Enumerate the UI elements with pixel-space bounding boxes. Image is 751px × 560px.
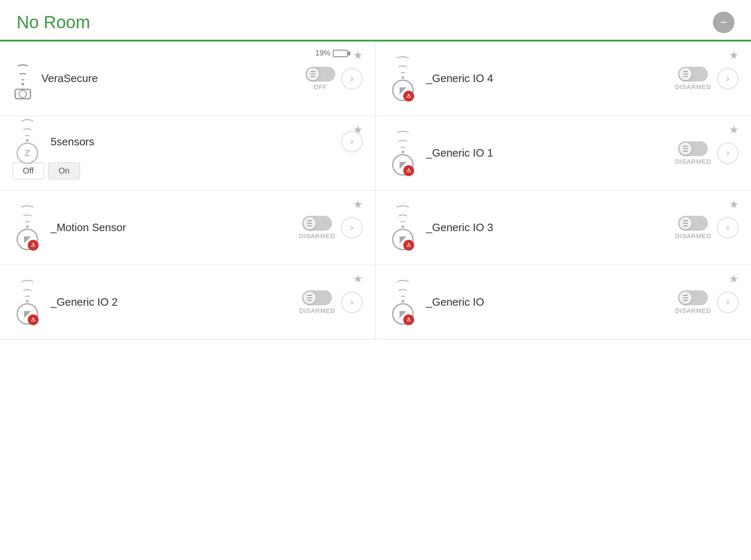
favorite-button[interactable]: ★	[353, 273, 363, 285]
collapse-button[interactable]: −	[713, 12, 734, 33]
sensor-icon: ◤ ⚠	[12, 287, 42, 317]
detail-chevron-button[interactable]: ›	[717, 142, 739, 164]
device-card-vera-secure: ★ 19% VeraSecure	[0, 41, 376, 116]
off-button[interactable]: Off	[12, 162, 44, 179]
toggle-switch[interactable]	[678, 67, 708, 82]
detail-chevron-button[interactable]: ›	[717, 217, 739, 239]
device-name: _Generic IO 2	[51, 296, 118, 309]
toggle-wrap[interactable]: OFF	[305, 67, 335, 90]
battery-icon	[333, 50, 350, 57]
favorite-button[interactable]: ★	[729, 123, 739, 136]
detail-chevron-button[interactable]: ›	[717, 68, 739, 89]
device-card-motion-sensor: ★ ◤ ⚠ _Motion Sensor	[0, 191, 376, 265]
battery-percent: 19%	[315, 49, 330, 58]
toggle-switch[interactable]	[678, 216, 708, 231]
page-header: No Room −	[0, 0, 751, 33]
toggle-label: DISARMED	[299, 307, 335, 314]
toggle-label: DISARMED	[299, 232, 335, 239]
device-name: _Generic IO	[426, 296, 484, 309]
device-card-generic-io-3: ★ ◤ ⚠ _Generic IO 3	[376, 191, 751, 265]
favorite-button[interactable]: ★	[353, 123, 363, 136]
off-on-group: Off On	[12, 162, 363, 179]
toggle-switch[interactable]	[302, 290, 332, 305]
toggle-label: DISARMED	[675, 307, 711, 314]
toggle-wrap[interactable]: DISARMED	[299, 290, 335, 314]
device-name: _Generic IO 3	[426, 221, 493, 234]
favorite-button[interactable]: ★	[353, 198, 363, 211]
toggle-label: OFF	[314, 83, 327, 90]
device-name: _Generic IO 1	[426, 147, 493, 159]
toggle-label: DISARMED	[675, 232, 711, 239]
device-card-5sensors: ★ Z 5sensors ›	[0, 116, 376, 191]
toggle-wrap[interactable]: DISARMED	[675, 141, 711, 165]
toggle-label: DISARMED	[675, 83, 711, 90]
favorite-button[interactable]: ★	[729, 198, 739, 211]
device-name: VeraSecure	[41, 72, 98, 85]
toggle-switch[interactable]	[678, 141, 708, 156]
device-grid: ★ 19% VeraSecure	[0, 41, 751, 340]
device-card-generic-io-4: ★ ◤ ⚠ _Generic IO 4	[376, 41, 751, 116]
sensor-icon: ◤ ⚠	[12, 213, 42, 243]
detail-chevron-button[interactable]: ›	[341, 68, 363, 89]
page-title: No Room	[17, 12, 90, 32]
detail-chevron-button[interactable]: ›	[341, 292, 363, 313]
device-name: _Motion Sensor	[51, 221, 126, 234]
battery-info: 19%	[315, 49, 350, 58]
favorite-button[interactable]: ★	[729, 273, 739, 285]
device-card-generic-io-1: ★ ◤ ⚠ _Generic IO 1	[376, 116, 751, 191]
toggle-wrap[interactable]: DISARMED	[675, 67, 711, 90]
on-button[interactable]: On	[48, 162, 80, 179]
toggle-label: DISARMED	[675, 158, 711, 165]
sensor-icon: ◤ ⚠	[388, 213, 418, 243]
detail-chevron-button[interactable]: ›	[717, 292, 739, 313]
detail-chevron-button[interactable]: ›	[341, 217, 363, 239]
vera-secure-icon	[12, 64, 33, 93]
toggle-switch[interactable]	[302, 216, 332, 231]
toggle-wrap[interactable]: DISARMED	[675, 290, 711, 314]
device-card-generic-io-2: ★ ◤ ⚠ _Generic IO 2	[0, 265, 376, 340]
sensor-icon: ◤ ⚠	[388, 64, 418, 94]
favorite-button[interactable]: ★	[353, 49, 363, 62]
toggle-wrap[interactable]: DISARMED	[299, 216, 335, 239]
device-name: 5sensors	[51, 135, 94, 148]
device-name: _Generic IO 4	[426, 72, 493, 85]
toggle-wrap[interactable]: DISARMED	[675, 216, 711, 239]
favorite-button[interactable]: ★	[729, 49, 739, 62]
sensor-icon: ◤ ⚠	[388, 287, 418, 317]
toggle-switch[interactable]	[678, 290, 708, 305]
sensor-icon: ◤ ⚠	[388, 138, 418, 168]
device-card-generic-io: ★ ◤ ⚠ _Generic IO	[376, 265, 751, 340]
five-sensors-icon: Z	[12, 127, 42, 157]
toggle-switch[interactable]	[305, 67, 335, 82]
